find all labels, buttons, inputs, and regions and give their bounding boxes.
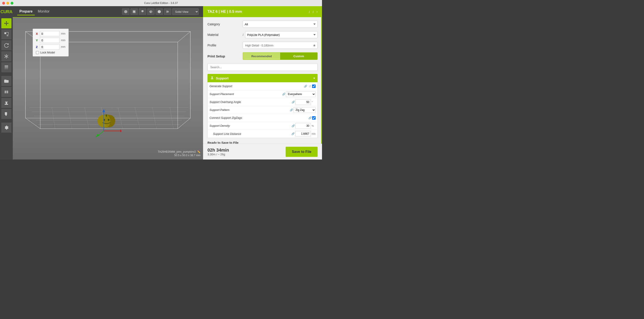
support-density-link-icon[interactable]: 🔗 bbox=[291, 124, 295, 127]
minimize-button[interactable] bbox=[6, 2, 9, 4]
view-mode-select[interactable]: Solid View X-Ray View Layers View bbox=[172, 8, 199, 15]
support-density-label: Support Density bbox=[210, 124, 291, 127]
rp-header: TAZ 6 | HE | 0.5 mm i i › bbox=[203, 6, 322, 17]
merge-button[interactable] bbox=[1, 87, 12, 97]
recommended-tab[interactable]: Recommended bbox=[243, 52, 280, 60]
connect-zigzag-control bbox=[312, 116, 316, 120]
y-unit: mm bbox=[61, 39, 66, 42]
support-placement-control: Everywhere Touching Buildplate bbox=[286, 91, 316, 97]
support-section-icon bbox=[210, 76, 214, 80]
support-line-distance-input[interactable] bbox=[295, 131, 311, 137]
info-icon-1[interactable]: i bbox=[309, 10, 310, 14]
support-placement-select[interactable]: Everywhere Touching Buildplate bbox=[286, 91, 316, 97]
view-front-button[interactable] bbox=[130, 8, 138, 15]
edit-icon[interactable]: ✏️ bbox=[197, 150, 200, 153]
rotate-tool-button[interactable] bbox=[1, 40, 12, 50]
category-label: Category bbox=[208, 22, 243, 26]
generate-support-link-icon[interactable]: 🔗 bbox=[303, 85, 308, 88]
z-coord-row: Z mm bbox=[36, 44, 66, 49]
support-density-control: % bbox=[295, 123, 316, 129]
profile-label: Profile bbox=[208, 43, 243, 47]
rp-content[interactable]: Category All Material i PolyLite PLA (Po… bbox=[203, 17, 322, 144]
support-overhang-unit: ° bbox=[312, 101, 316, 103]
layer-view-button[interactable] bbox=[1, 62, 12, 72]
svg-rect-10 bbox=[133, 11, 135, 12]
logo-text: CURA bbox=[0, 9, 12, 14]
settings-button[interactable] bbox=[1, 123, 12, 133]
x-coord-row: X mm bbox=[36, 31, 66, 36]
section-chevron-icon: ▾ bbox=[314, 76, 315, 80]
material-select[interactable]: PolyLite PLA (Polymaker) bbox=[245, 31, 318, 38]
generate-support-checkbox[interactable] bbox=[312, 84, 316, 88]
print-setup-label: Print Setup bbox=[208, 54, 243, 58]
connect-zigzag-link-icon[interactable]: 🔗 bbox=[308, 116, 312, 119]
print-info: 02h 34min 3.30m / ~ 26g bbox=[208, 148, 282, 156]
support-section-header[interactable]: Support ▾ bbox=[208, 74, 318, 82]
lock-model-checkbox[interactable] bbox=[36, 51, 39, 54]
ready-section: Ready to Save to File bbox=[208, 141, 318, 144]
rp-title: TAZ 6 | HE | 0.5 mm bbox=[208, 9, 307, 14]
info-icon-2[interactable]: i bbox=[313, 10, 314, 14]
app-container: CURA bbox=[0, 6, 322, 159]
svg-rect-48 bbox=[211, 79, 214, 79]
x-input[interactable] bbox=[40, 31, 60, 36]
support-button[interactable] bbox=[1, 98, 12, 108]
view-ortho-button[interactable] bbox=[156, 8, 163, 15]
view-top-button[interactable] bbox=[139, 8, 146, 15]
support-density-input[interactable] bbox=[295, 123, 311, 129]
svg-rect-6 bbox=[6, 102, 7, 104]
generate-support-row: Generate Support 🔗 ↺ bbox=[208, 82, 317, 90]
svg-line-22 bbox=[178, 118, 190, 129]
x-label: X bbox=[36, 32, 38, 35]
title-bar: Cura LulzBot Edition - 3.6.37 bbox=[0, 0, 322, 6]
maximize-button[interactable] bbox=[10, 2, 14, 4]
material-info-icon[interactable]: i bbox=[243, 33, 243, 36]
mirror-tool-button[interactable] bbox=[1, 51, 12, 61]
scale-tool-button[interactable] bbox=[1, 29, 12, 39]
close-button[interactable] bbox=[2, 2, 5, 4]
support-placement-label: Support Placement bbox=[210, 92, 282, 96]
star-icon[interactable]: ★ bbox=[313, 43, 316, 47]
viewport-info: TAZ6HE05MM_john_pumpkinv2 ✏️ 50.5 x 50.0… bbox=[158, 150, 200, 157]
setup-tabs: Recommended Custom bbox=[243, 52, 318, 60]
support-overhang-control: ° bbox=[295, 99, 316, 105]
print-setup-row: Print Setup Recommended Custom bbox=[208, 52, 318, 60]
generate-support-label: Generate Support bbox=[210, 84, 303, 88]
generate-support-reset-icon[interactable]: ↺ bbox=[308, 85, 312, 88]
tab-monitor[interactable]: Monitor bbox=[36, 8, 52, 15]
viewport[interactable]: X mm Y mm Z mm Lock Model bbox=[13, 17, 203, 159]
support-overhang-input[interactable] bbox=[295, 99, 311, 105]
support-line-distance-link-icon[interactable]: 🔗 bbox=[291, 132, 295, 135]
connect-zigzag-checkbox[interactable] bbox=[312, 116, 316, 120]
tab-prepare[interactable]: Prepare bbox=[17, 8, 35, 15]
support-placement-link-icon[interactable]: 🔗 bbox=[282, 93, 286, 96]
support-pattern-select[interactable]: Zig Zag Lines Grid Triangles Concentric bbox=[294, 107, 316, 113]
generate-support-control bbox=[312, 84, 316, 88]
svg-rect-2 bbox=[5, 65, 8, 66]
search-input[interactable] bbox=[208, 63, 318, 71]
view-side-button[interactable] bbox=[147, 8, 154, 15]
view-3d-button[interactable] bbox=[122, 8, 130, 15]
support-overhang-row: Support Overhang Angle 🔗 ° bbox=[208, 98, 317, 106]
right-panel: TAZ 6 | HE | 0.5 mm i i › Category All M… bbox=[203, 6, 322, 159]
support-pattern-link-icon[interactable]: 🔗 bbox=[289, 108, 294, 112]
window-title: Cura LulzBot Edition - 3.6.37 bbox=[144, 1, 178, 4]
custom-tab[interactable]: Custom bbox=[280, 52, 317, 60]
move-tool-button[interactable] bbox=[1, 18, 12, 28]
lock-row: Lock Model bbox=[36, 51, 66, 54]
category-select[interactable]: All bbox=[243, 21, 318, 28]
profile-input[interactable] bbox=[243, 42, 318, 49]
save-to-file-button[interactable]: Save to File bbox=[286, 147, 318, 157]
y-input[interactable] bbox=[40, 38, 60, 43]
support-placement-row: Support Placement 🔗 Everywhere Touching … bbox=[208, 90, 317, 98]
z-input[interactable] bbox=[40, 44, 60, 49]
y-label: Y bbox=[36, 39, 38, 42]
category-row: Category All bbox=[208, 21, 318, 28]
rp-chevron-icon[interactable]: › bbox=[316, 10, 318, 13]
y-coord-row: Y mm bbox=[36, 38, 66, 43]
material-field: i PolyLite PLA (Polymaker) bbox=[243, 31, 318, 38]
open-file-button[interactable] bbox=[1, 76, 12, 86]
support-overhang-link-icon[interactable]: 🔗 bbox=[291, 100, 295, 104]
view-perspective-button[interactable] bbox=[164, 8, 171, 15]
extruder-button[interactable] bbox=[1, 109, 12, 119]
